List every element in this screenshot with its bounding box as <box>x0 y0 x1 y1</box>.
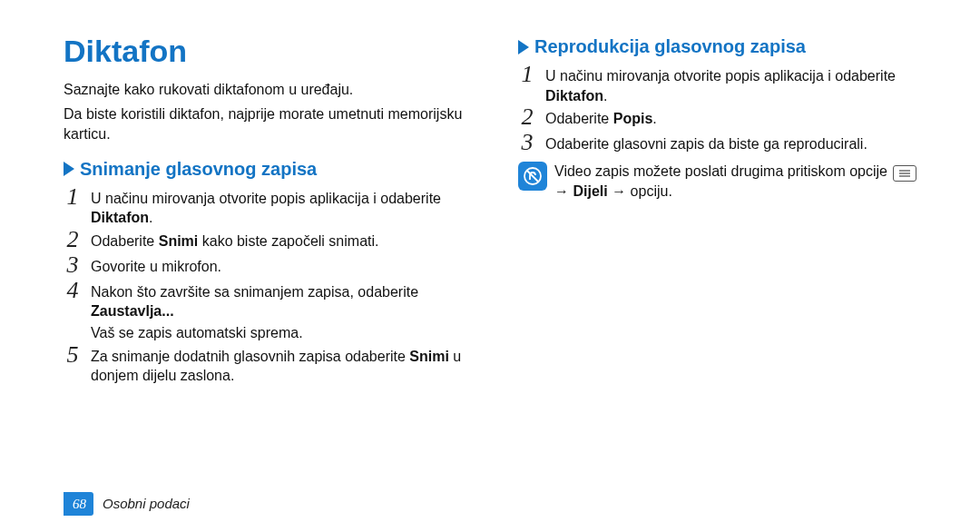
subhead-play: Reprodukcija glasovnog zapisa <box>518 34 935 59</box>
step-body: U načinu mirovanja otvorite popis aplika… <box>545 64 935 105</box>
menu-key-icon <box>893 165 916 182</box>
step-play-1: 1 U načinu mirovanja otvorite popis apli… <box>518 64 935 105</box>
step-body: Govorite u mikrofon. <box>91 255 480 277</box>
step-number: 4 <box>64 279 82 302</box>
note-arrow-1: → <box>554 183 573 199</box>
step-bold: Popis <box>613 111 653 126</box>
step-body: U načinu mirovanja otvorite popis aplika… <box>91 187 480 228</box>
page-number-badge: 68 <box>64 492 93 516</box>
chevron-right-icon <box>64 162 74 176</box>
note-bold: Dijeli <box>573 183 607 199</box>
step-text: Govorite u mikrofon. <box>91 259 221 274</box>
step-body: Odaberite glasovni zapis da biste ga rep… <box>545 133 935 154</box>
subhead-play-text: Reprodukcija glasovnog zapisa <box>534 34 806 59</box>
step-body: Za snimanje dodatnih glasovnih zapisa od… <box>91 345 480 386</box>
step-bold: Diktafon <box>91 210 149 225</box>
manual-page: Diktafon Saznajte kako rukovati diktafon… <box>0 0 980 532</box>
footer-section: Osobni podaci <box>103 495 190 513</box>
note-box: Video zapis možete poslati drugima priti… <box>518 162 935 202</box>
step-body: Odaberite Snimi kako biste započeli snim… <box>91 230 480 251</box>
intro-2: Da biste koristili diktafon, najprije mo… <box>64 104 480 143</box>
step-record-1: 1 U načinu mirovanja otvorite popis apli… <box>64 187 480 228</box>
step-number: 5 <box>64 343 82 367</box>
step-record-3: 3 Govorite u mikrofon. <box>64 255 480 279</box>
step-body: Nakon što završite sa snimanjem zapisa, … <box>91 281 480 321</box>
columns: Diktafon Saznajte kako rukovati diktafon… <box>64 31 935 388</box>
step-text: Nakon što završite sa snimanjem zapisa, … <box>91 284 418 300</box>
note-text: Video zapis možete poslati drugima priti… <box>554 162 935 202</box>
note-post: → opciju. <box>608 183 672 199</box>
step-text-post: kako biste započeli snimati. <box>198 233 378 249</box>
step-text: U načinu mirovanja otvorite popis aplika… <box>91 191 441 206</box>
step-bold: Snimi <box>409 349 449 364</box>
right-column: Reprodukcija glasovnog zapisa 1 U načinu… <box>518 31 935 388</box>
left-column: Diktafon Saznajte kako rukovati diktafon… <box>64 31 480 388</box>
step-bold: Zaustavlja... <box>91 303 174 319</box>
note-icon <box>518 162 547 191</box>
step-text: U načinu mirovanja otvorite popis aplika… <box>545 68 896 84</box>
step-number: 2 <box>518 105 536 129</box>
step-text: Odaberite <box>545 111 613 126</box>
step-record-5: 5 Za snimanje dodatnih glasovnih zapisa … <box>64 345 480 386</box>
step-play-3: 3 Odaberite glasovni zapis da biste ga r… <box>518 133 935 156</box>
step-number: 1 <box>518 63 536 86</box>
step-text: Odaberite glasovni zapis da biste ga rep… <box>545 136 867 152</box>
step-text: Odaberite <box>91 233 159 249</box>
step-text-post: . <box>603 88 607 103</box>
step-bold: Snimi <box>159 233 199 249</box>
step-body: Odaberite Popis. <box>545 107 935 129</box>
footer: 68 Osobni podaci <box>64 492 190 516</box>
page-title: Diktafon <box>64 31 480 73</box>
step-number: 3 <box>64 253 82 277</box>
note-pre: Video zapis možete poslati drugima priti… <box>554 163 891 179</box>
step-number: 2 <box>64 228 82 251</box>
step-play-2: 2 Odaberite Popis. <box>518 107 935 131</box>
step-record-2: 2 Odaberite Snimi kako biste započeli sn… <box>64 230 480 253</box>
step-text-post: . <box>652 111 656 126</box>
step-bold: Diktafon <box>545 88 603 103</box>
step-text-post: . <box>149 210 152 225</box>
step-number: 1 <box>64 185 82 209</box>
step-text: Za snimanje dodatnih glasovnih zapisa od… <box>91 349 409 364</box>
step-record-4: 4 Nakon što završite sa snimanjem zapisa… <box>64 281 480 321</box>
chevron-right-icon <box>518 40 529 54</box>
step-number: 3 <box>518 131 536 154</box>
subhead-record-text: Snimanje glasovnog zapisa <box>80 157 317 182</box>
step-record-4-sub: Vaš se zapis automatski sprema. <box>91 323 480 343</box>
subhead-record: Snimanje glasovnog zapisa <box>64 157 480 182</box>
intro-1: Saznajte kako rukovati diktafonom u uređ… <box>64 80 480 100</box>
